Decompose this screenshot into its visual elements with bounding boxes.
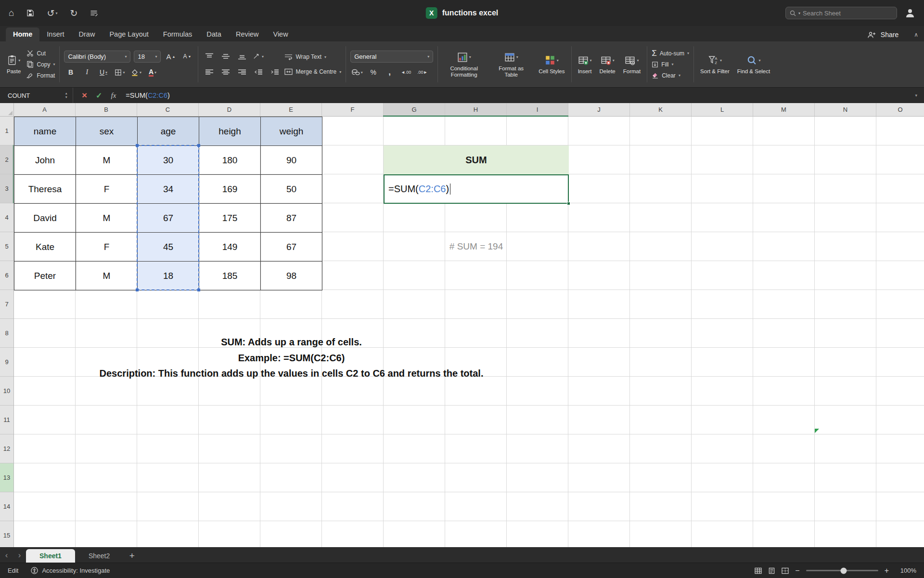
column-header[interactable]: G (384, 103, 445, 116)
table-cell[interactable]: 90 (261, 146, 322, 175)
table-header-cell[interactable]: sex (76, 117, 138, 146)
table-cell[interactable]: 87 (261, 204, 322, 233)
find-select-button[interactable]: ▾ Find & Select (735, 53, 772, 76)
align-left-button[interactable] (203, 66, 216, 79)
table-cell[interactable]: M (76, 262, 138, 290)
increase-decimal-button[interactable]: .00► (416, 66, 429, 79)
sheet-tab-sheet2[interactable]: Sheet2 (75, 549, 123, 563)
currency-format-button[interactable]: ▾ (350, 66, 363, 79)
table-cell[interactable]: M (76, 204, 138, 233)
align-middle-button[interactable] (219, 51, 232, 63)
table-cell[interactable]: Theresa (14, 175, 76, 204)
add-sheet-button[interactable]: + (123, 549, 141, 563)
column-header[interactable]: J (568, 103, 630, 116)
row-header[interactable]: 12 (0, 434, 13, 463)
insert-function-icon[interactable]: fx (111, 92, 116, 100)
column-header[interactable]: M (753, 103, 815, 116)
column-header[interactable]: D (199, 103, 260, 116)
grid-cells[interactable]: name sex age heigh weigh John M 30 180 9… (14, 117, 924, 547)
clear-button[interactable]: Clear▾ (652, 70, 689, 81)
zoom-slider[interactable] (806, 570, 878, 571)
formula-bar-expand-icon[interactable]: ▾ (915, 93, 917, 98)
cut-button[interactable]: Cut (26, 48, 55, 59)
table-cell[interactable]: 45 (138, 233, 199, 262)
tab-draw[interactable]: Draw (72, 27, 103, 41)
sum-header-cell[interactable]: SUM (384, 145, 569, 175)
row-header[interactable]: 5 (0, 232, 13, 261)
wrap-text-button[interactable]: Wrap Text▾ (284, 52, 326, 63)
share-button[interactable]: Share (881, 31, 898, 39)
italic-button[interactable]: I (80, 66, 93, 79)
account-icon[interactable] (905, 8, 915, 18)
column-header[interactable]: F (322, 103, 384, 116)
name-box-spinner-icon[interactable]: ▲▼ (65, 92, 68, 99)
column-header[interactable]: L (692, 103, 753, 116)
increase-indent-button[interactable] (268, 66, 281, 79)
row-header[interactable]: 15 (0, 521, 13, 547)
table-cell[interactable]: M (76, 146, 138, 175)
zoom-slider-thumb[interactable] (840, 567, 847, 574)
table-cell[interactable]: 18 (138, 262, 199, 290)
align-top-button[interactable] (203, 51, 216, 63)
table-cell[interactable]: 67 (138, 204, 199, 233)
table-cell[interactable]: 175 (199, 204, 261, 233)
tab-review[interactable]: Review (229, 27, 266, 41)
row-header[interactable]: 13 (0, 463, 13, 492)
confirm-icon[interactable]: ✓ (96, 91, 102, 100)
column-header[interactable]: H (445, 103, 507, 116)
font-color-button[interactable]: A ▾ (146, 66, 159, 79)
column-header[interactable]: E (260, 103, 322, 116)
next-sheet-icon[interactable]: › (13, 551, 26, 560)
tab-page-layout[interactable]: Page Layout (102, 27, 155, 41)
row-header[interactable]: 6 (0, 261, 13, 290)
delete-cells-button[interactable]: ▾ Delete (598, 53, 617, 76)
row-header[interactable]: 8 (0, 319, 13, 348)
increase-font-size-button[interactable]: A▲ (164, 51, 177, 63)
copy-button[interactable]: Copy▾ (26, 59, 55, 70)
decrease-decimal-button[interactable]: ◄.00 (399, 66, 412, 79)
decrease-indent-button[interactable] (252, 66, 265, 79)
tab-insert[interactable]: Insert (39, 27, 71, 41)
paste-button[interactable]: ▾ Paste (5, 53, 23, 76)
fill-handle[interactable] (567, 202, 570, 205)
comma-format-button[interactable]: , (383, 66, 396, 79)
table-header-cell[interactable]: age (138, 117, 199, 146)
table-cell[interactable]: 34 (138, 175, 199, 204)
collapse-ribbon-icon[interactable]: ∧ (914, 31, 918, 38)
fill-color-button[interactable]: ▾ (129, 66, 142, 79)
formula-input[interactable]: =SUM(C2:C6) (126, 92, 908, 99)
percent-format-button[interactable]: % (367, 66, 380, 79)
underline-button[interactable]: U▾ (97, 66, 110, 79)
table-cell[interactable]: 98 (261, 262, 322, 290)
row-header[interactable]: 7 (0, 290, 13, 319)
column-header[interactable]: A (14, 103, 76, 116)
table-cell[interactable]: Kate (14, 233, 76, 262)
column-header[interactable]: I (507, 103, 568, 116)
autosum-button[interactable]: Σ Auto-sum▾ (652, 48, 689, 59)
accessibility-status[interactable]: Accessibility: Investigate (31, 567, 110, 574)
merge-centre-button[interactable]: Merge & Centre▾ (284, 66, 341, 78)
tab-home[interactable]: Home (6, 27, 39, 41)
sheet-tab-sheet1[interactable]: Sheet1 (26, 549, 75, 563)
zoom-out-button[interactable]: − (795, 566, 799, 575)
row-header[interactable]: 9 (0, 348, 13, 377)
column-header[interactable]: N (815, 103, 876, 116)
save-icon[interactable] (26, 9, 34, 17)
format-cells-button[interactable]: ▾ Format (621, 53, 642, 76)
zoom-in-button[interactable]: + (885, 566, 889, 575)
tab-view[interactable]: View (266, 27, 295, 41)
format-painter-button[interactable]: Format (26, 70, 55, 81)
row-header[interactable]: 14 (0, 492, 13, 521)
row-header[interactable]: 4 (0, 203, 13, 232)
column-header[interactable]: K (630, 103, 692, 116)
customize-toolbar-icon[interactable] (90, 9, 98, 17)
row-header[interactable]: 1 (0, 117, 13, 145)
row-header[interactable]: 10 (0, 377, 13, 406)
search-input[interactable]: ▾ Search Sheet (785, 7, 897, 19)
font-size-select[interactable]: 18▾ (134, 51, 161, 63)
fill-button[interactable]: Fill▾ (652, 59, 689, 70)
table-cell[interactable]: 67 (261, 233, 322, 262)
table-cell[interactable]: 30 (138, 146, 199, 175)
cancel-icon[interactable]: × (82, 90, 87, 101)
sort-filter-button[interactable]: AZ ▾ Sort & Filter (698, 53, 732, 76)
